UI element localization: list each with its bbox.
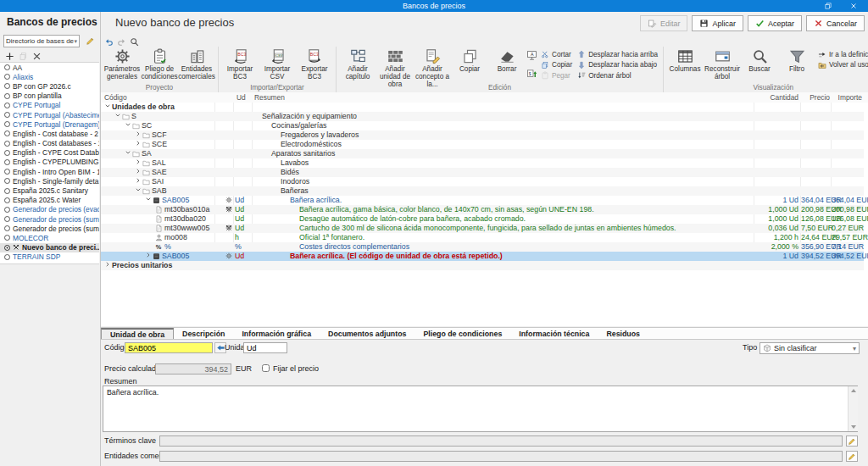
- chevron-right-icon[interactable]: [145, 252, 152, 258]
- sidebar-item[interactable]: CYPE Portugal (Drenagem): [0, 119, 99, 129]
- buscar-button[interactable]: Buscar: [741, 47, 778, 73]
- resumen-textarea[interactable]: Bañera acrílica.: [103, 386, 858, 432]
- edit-directory-button[interactable]: [84, 35, 97, 47]
- radio-icon[interactable]: [4, 225, 10, 231]
- ordenar-arbol-button[interactable]: Ordenar árbol: [577, 71, 658, 80]
- sidebar-item[interactable]: TERRAIN SDP: [0, 252, 99, 262]
- sidebar-item[interactable]: English - CYPE Cost Databa...: [0, 148, 99, 158]
- radio-icon[interactable]: [4, 188, 10, 194]
- edit-entidades-button[interactable]: [846, 451, 858, 462]
- sidebar-item[interactable]: CYPE Portugal (Abastecime...: [0, 110, 99, 119]
- redo-button[interactable]: [117, 35, 126, 44]
- edit-terminos-button[interactable]: [846, 435, 858, 447]
- table-row[interactable]: SCEElectrodomésticos: [101, 140, 864, 149]
- sidebar-item[interactable]: Generador de precios (evac...: [0, 205, 99, 214]
- column-ud[interactable]: Ud: [236, 93, 246, 102]
- table-row[interactable]: %%%Costes directos complementarios2,000 …: [101, 242, 864, 252]
- volver-al-uso-button[interactable]: Volver al uso: [818, 61, 868, 69]
- column-codigo[interactable]: Código: [104, 93, 127, 102]
- sidebar-item[interactable]: CYPE Portugal: [0, 101, 99, 110]
- parametros-generales-button[interactable]: Parámetros generales: [103, 47, 141, 80]
- column-precio[interactable]: Precio: [801, 93, 830, 102]
- column-importe[interactable]: Importe: [832, 93, 862, 102]
- sidebar-item[interactable]: English - Cost database - 2: [0, 129, 99, 138]
- editar-button[interactable]: Editar: [640, 15, 688, 31]
- radio-icon[interactable]: [4, 93, 10, 99]
- tab-informacion-grafica[interactable]: Información gráfica: [233, 328, 320, 339]
- sidebar-item[interactable]: Generador de precios (sumi...: [0, 214, 99, 224]
- database-directory-dropdown[interactable]: Directorio de bases de ... ▾: [3, 35, 80, 47]
- table-row[interactable]: mo008hOficial 1ª fontanero.1,200 h24,64 …: [101, 233, 864, 242]
- radio-icon[interactable]: [4, 254, 10, 260]
- columnas-button[interactable]: Columnas: [666, 47, 704, 73]
- add-database-button[interactable]: [4, 51, 14, 61]
- table-row[interactable]: mt30www005UdCartucho de 300 ml de silico…: [101, 224, 864, 233]
- radio-icon[interactable]: [4, 216, 10, 222]
- sidebar-item[interactable]: BP con plantilla: [0, 92, 99, 101]
- close-icon[interactable]: [843, 0, 865, 12]
- chevron-right-icon[interactable]: [135, 177, 142, 184]
- radio-icon[interactable]: [4, 121, 10, 127]
- sidebar-item[interactable]: BP con GP 2026.c: [0, 81, 99, 91]
- table-row[interactable]: SAB005UdBañera acrílica.1 Ud364,04 EUR36…: [101, 196, 864, 205]
- sidebar-item[interactable]: AA: [0, 63, 99, 72]
- sidebar-item[interactable]: España 2025.c Sanitary: [0, 186, 99, 195]
- filtro-button[interactable]: Filtro: [778, 47, 815, 73]
- resumen-scrollbar[interactable]: [848, 386, 858, 431]
- tab-descripcion[interactable]: Descripción: [174, 328, 233, 339]
- anadir-concepto-button[interactable]: Añadir concepto a la...: [414, 47, 451, 89]
- cancelar-button[interactable]: Cancelar: [806, 15, 865, 31]
- undo-button[interactable]: [104, 35, 114, 44]
- anadir-unidad-de-obra-button[interactable]: Añadir unidad de obra: [376, 47, 414, 89]
- chevron-down-icon[interactable]: [125, 121, 131, 128]
- ir-a-la-definicion-button[interactable]: Ir a la definición: [818, 50, 868, 58]
- codigo-field[interactable]: [125, 342, 213, 353]
- desplazar-arriba-button[interactable]: Desplazar hacia arriba: [577, 50, 658, 58]
- tab-informacion-tecnica[interactable]: Información técnica: [510, 328, 598, 339]
- chevron-right-icon[interactable]: [135, 168, 142, 175]
- borrar-button[interactable]: Borrar: [488, 47, 526, 73]
- copy-database-button[interactable]: [18, 51, 28, 61]
- anadir-capitulo-button[interactable]: Añadir capítulo: [339, 47, 376, 80]
- chevron-right-icon[interactable]: [104, 261, 111, 268]
- radio-icon[interactable]: [4, 245, 10, 251]
- restore-icon[interactable]: [817, 0, 839, 12]
- sidebar-item[interactable]: English - Intro Open BIM - 1: [0, 167, 99, 176]
- table-row[interactable]: SAB005UdBañera acrílica. (El código de u…: [101, 252, 864, 261]
- chevron-down-icon[interactable]: [104, 103, 111, 109]
- sidebar-item[interactable]: English - Cost databases - 1: [0, 139, 99, 148]
- table-row[interactable]: mt30dba020UdDesagüe automático de latón-…: [101, 214, 864, 224]
- unidad-field[interactable]: [243, 342, 287, 353]
- radio-icon[interactable]: [4, 83, 10, 89]
- radio-icon[interactable]: [4, 169, 10, 175]
- sidebar-item[interactable]: English - CYPEPLUMBING - 1: [0, 158, 99, 167]
- column-cantidad[interactable]: Cantidad: [737, 93, 798, 102]
- copiar-pequeno-button[interactable]: Copiar: [541, 61, 572, 69]
- chevron-down-icon[interactable]: [114, 112, 121, 119]
- chevron-down-icon[interactable]: [135, 186, 142, 193]
- tab-unidad-de-obra[interactable]: Unidad de obra: [101, 328, 174, 339]
- sidebar-item[interactable]: MOLECOR: [0, 233, 99, 242]
- radio-icon[interactable]: [4, 159, 10, 165]
- table-row[interactable]: Precios unitarios: [101, 261, 864, 270]
- tipo-dropdown[interactable]: Sin clasificar ▾: [760, 342, 860, 354]
- sidebar-item[interactable]: Nuevo banco de preci...: [0, 243, 99, 252]
- column-resumen[interactable]: Resumen: [254, 93, 285, 102]
- importar-bc3-button[interactable]: BC3Importar BC3: [221, 47, 259, 80]
- tab-documentos-adjuntos[interactable]: Documentos adjuntos: [320, 328, 415, 339]
- reconstruir-arbol-button[interactable]: Reconstruir árbol: [704, 47, 741, 80]
- radio-icon[interactable]: [4, 235, 10, 241]
- sidebar-item[interactable]: Generador de precios (sumi...: [0, 224, 99, 233]
- table-row[interactable]: SAEBidés: [101, 168, 864, 177]
- radio-icon[interactable]: [4, 178, 10, 184]
- table-row[interactable]: SSeñalización y equipamiento: [101, 112, 864, 121]
- radio-icon[interactable]: [4, 150, 10, 156]
- radio-icon[interactable]: [4, 103, 10, 108]
- aplicar-button[interactable]: Aplicar: [692, 15, 743, 31]
- search-button[interactable]: [130, 35, 139, 44]
- desplazar-abajo-button[interactable]: Desplazar hacia abajo: [577, 61, 658, 69]
- radio-icon[interactable]: [4, 130, 10, 136]
- importar-csv-button[interactable]: CSVImportar CSV: [259, 47, 296, 80]
- chevron-down-icon[interactable]: [125, 149, 131, 156]
- table-row[interactable]: Unidades de obra: [101, 103, 864, 112]
